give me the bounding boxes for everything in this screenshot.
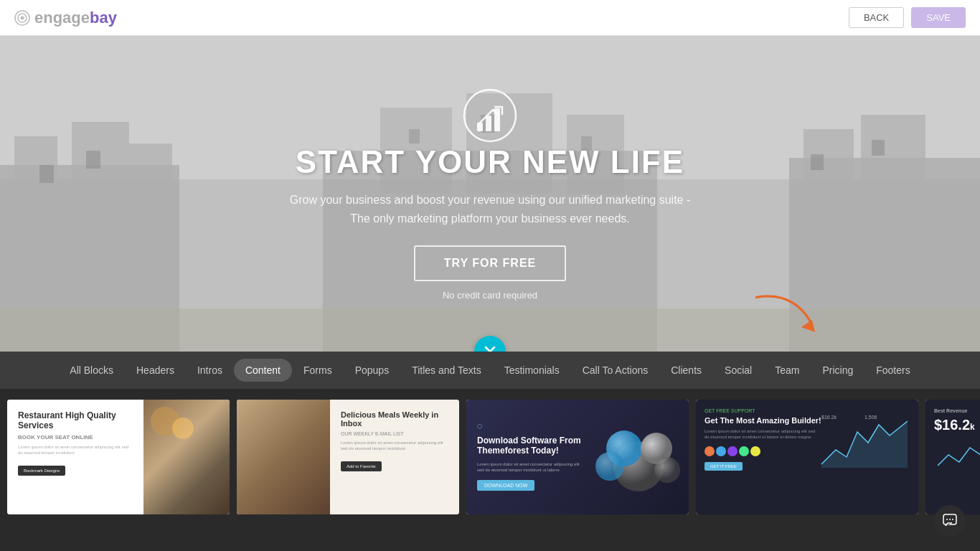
card3-text: Lorem ipsum dolor sit amet consectetur a… xyxy=(477,461,588,474)
logo: engagebay xyxy=(14,9,117,27)
card3-button[interactable]: DOWNLOAD NOW xyxy=(477,480,534,491)
tab-call-to-actions[interactable]: Call To Actions xyxy=(571,359,660,382)
tab-intros[interactable]: Intros xyxy=(186,359,234,382)
svg-point-33 xyxy=(595,452,624,481)
top-navigation: engagebay BACK SAVE xyxy=(0,0,980,36)
card1-button[interactable]: Bookmark Designs xyxy=(18,466,65,476)
logo-text: engagebay xyxy=(34,9,117,27)
svg-text:$16.2k: $16.2k xyxy=(821,415,837,420)
hero-subtitle: Grow your business and boost your revenu… xyxy=(290,191,691,227)
card-stats[interactable]: Best Revenue $16.2k xyxy=(925,400,980,514)
card5-chart xyxy=(934,437,980,473)
svg-rect-26 xyxy=(486,116,491,131)
tab-footers[interactable]: Footers xyxy=(864,359,921,382)
card-analytics[interactable]: GET FREE SUPPORT Get The Most Amazing Bu… xyxy=(696,400,918,514)
hero-content: START YOUR NEW LIFE Grow your business a… xyxy=(0,36,980,352)
card4-text: Lorem ipsum dolor sit amet consectetur a… xyxy=(705,429,817,441)
card3-title: Download Software From Themeforest Today… xyxy=(477,435,598,456)
card-software[interactable]: ⬡ Download Software From Themeforest Tod… xyxy=(466,400,689,514)
card-restaurant[interactable]: Restaurant High Quality Services Book yo… xyxy=(7,400,230,514)
card-meals[interactable]: Delicious Meals Weekly in Inbox Our week… xyxy=(237,400,459,514)
tab-forms[interactable]: Forms xyxy=(292,359,344,382)
tab-headers[interactable]: Headers xyxy=(125,359,186,382)
card1-subtitle: Book your seat online xyxy=(18,434,133,441)
chat-icon xyxy=(942,513,958,529)
tab-clients[interactable]: Clients xyxy=(659,359,713,382)
tab-pricing[interactable]: Pricing xyxy=(811,359,864,382)
arrow-svg xyxy=(750,284,822,334)
svg-point-2 xyxy=(21,16,24,19)
card1-text: Lorem ipsum dolor sit amet consectetur a… xyxy=(18,444,133,456)
hero-cta-button[interactable]: TRY FOR FREE xyxy=(414,245,566,281)
tab-popups[interactable]: Popups xyxy=(344,359,400,382)
svg-text:1,506: 1,506 xyxy=(864,415,877,420)
card2-text: Lorem ipsum dolor sit amet consectetur a… xyxy=(341,440,448,452)
tab-team[interactable]: Team xyxy=(763,359,811,382)
tab-testimonials[interactable]: Testimonials xyxy=(493,359,571,382)
card4-chart: $16.2k 1,506 xyxy=(818,410,911,475)
hero-title: START YOUR NEW LIFE xyxy=(296,144,684,180)
chat-button[interactable] xyxy=(934,505,966,537)
cards-area: Restaurant High Quality Services Book yo… xyxy=(0,389,980,551)
hero-logo-icon xyxy=(461,87,519,144)
svg-point-39 xyxy=(949,519,951,520)
close-icon xyxy=(483,344,497,352)
card2-button[interactable]: Add to Favorite xyxy=(341,461,382,471)
svg-point-34 xyxy=(654,457,680,483)
card2-subtitle: Our weekly e-mail list xyxy=(341,431,448,436)
logo-icon xyxy=(14,10,30,26)
card5-value: $16.2k xyxy=(934,417,980,433)
card4-button[interactable]: GET IT FREE xyxy=(705,462,743,471)
nav-buttons: BACK SAVE xyxy=(849,7,966,28)
tab-all-blocks[interactable]: All Blocks xyxy=(58,359,125,382)
tab-bar: All Blocks Headers Intros Content Forms … xyxy=(0,352,980,389)
back-button[interactable]: BACK xyxy=(849,7,904,28)
card2-title: Delicious Meals Weekly in Inbox xyxy=(341,410,448,428)
hero-no-credit-text: No credit card required xyxy=(443,290,537,301)
tab-titles-texts[interactable]: Titles and Texts xyxy=(400,359,493,382)
tab-social[interactable]: Social xyxy=(713,359,763,382)
hero-section: START YOUR NEW LIFE Grow your business a… xyxy=(0,36,980,352)
tab-content[interactable]: Content xyxy=(234,359,292,382)
arrow-indicator xyxy=(750,284,822,337)
card5-label: Best Revenue xyxy=(934,408,980,413)
card3-decoration xyxy=(588,409,682,505)
card1-title: Restaurant High Quality Services xyxy=(18,410,133,430)
svg-point-40 xyxy=(952,519,953,520)
save-button[interactable]: SAVE xyxy=(911,7,966,28)
svg-point-38 xyxy=(946,519,948,520)
